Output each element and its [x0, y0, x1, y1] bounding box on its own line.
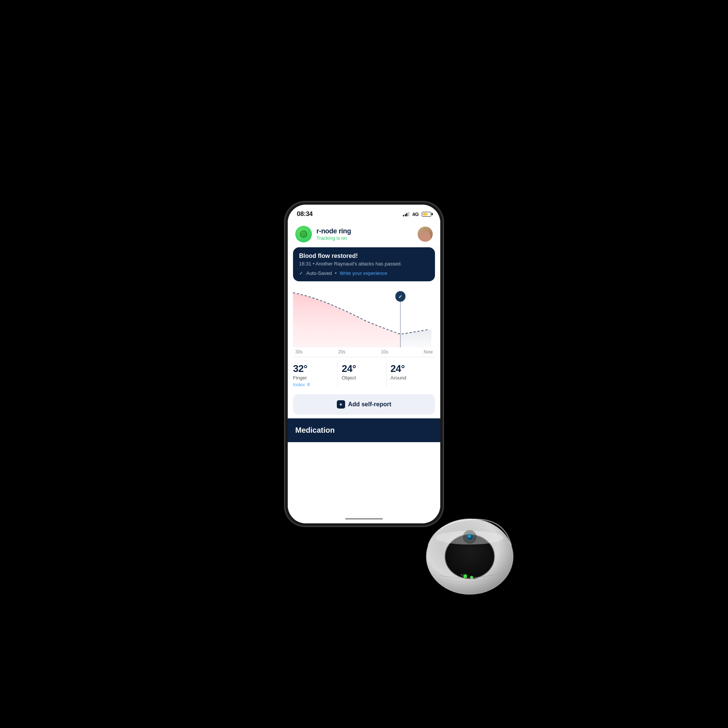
- svg-point-11: [463, 530, 477, 544]
- status-bar: 08:34 4G: [288, 205, 440, 221]
- svg-point-18: [476, 577, 477, 578]
- stat-object: 24° Object: [338, 363, 387, 387]
- stat-around-label: Around: [390, 375, 431, 381]
- stat-around-value: 24°: [390, 363, 431, 374]
- ring-device: [424, 515, 523, 613]
- chart-label-10s: 10s: [381, 349, 388, 355]
- stat-around: 24° Around: [387, 363, 435, 387]
- medication-section: Medication: [288, 418, 440, 442]
- notification-card: Blood flow restored! 16:31 • Another Ray…: [293, 247, 435, 281]
- chart-container: ✓ 30s 20s 10s Now: [288, 281, 440, 357]
- status-time: 08:34: [297, 210, 313, 218]
- battery-icon: [422, 212, 431, 217]
- battery-fill: [423, 213, 427, 216]
- header-text: r-node ring Tracking is on: [316, 227, 351, 241]
- chart-label-20s: 20s: [338, 349, 345, 355]
- stat-finger: 32° Finger Index ⚙: [293, 363, 338, 387]
- check-icon: ✓: [299, 270, 303, 276]
- chart-label-30s: 30s: [295, 349, 302, 355]
- stats-row: 32° Finger Index ⚙ 24° Object 24° Around: [293, 357, 435, 390]
- notification-title: Blood flow restored!: [299, 253, 429, 259]
- app-content: r-node ring Tracking is on Blood flow re…: [288, 221, 440, 523]
- dot-separator: •: [335, 270, 337, 276]
- notification-footer: ✓ Auto-Saved • Write your experience: [299, 270, 429, 276]
- chart-labels: 30s 20s 10s Now: [293, 349, 435, 355]
- ring-svg: [424, 515, 523, 598]
- auto-saved-label: Auto-Saved: [306, 270, 332, 276]
- medication-title: Medication: [295, 426, 433, 435]
- svg-point-12: [463, 574, 467, 578]
- svg-point-14: [470, 576, 473, 579]
- blood-flow-chart: ✓: [293, 285, 435, 349]
- tracking-status: Tracking is on: [316, 235, 351, 241]
- self-report-label: Add self-report: [348, 401, 392, 408]
- avatar[interactable]: [418, 227, 433, 242]
- home-indicator: [345, 518, 383, 520]
- add-self-report-button[interactable]: + Add self-report: [293, 394, 435, 415]
- stat-finger-sub[interactable]: Index ⚙: [293, 382, 334, 387]
- ring-logo-icon: [295, 226, 312, 242]
- status-icons: 4G: [403, 211, 431, 217]
- stat-object-value: 24°: [342, 363, 383, 374]
- stat-object-label: Object: [342, 375, 383, 381]
- header-left: r-node ring Tracking is on: [295, 226, 351, 242]
- stat-finger-value: 32°: [293, 363, 334, 374]
- app-scene: 08:34 4G: [194, 62, 534, 666]
- network-label: 4G: [412, 211, 419, 217]
- notification-subtitle: 16:31 • Another Raynaud's attacks has pa…: [299, 261, 429, 267]
- chart-label-now: Now: [424, 349, 433, 355]
- avatar-silhouette: [420, 231, 430, 242]
- svg-text:✓: ✓: [399, 294, 403, 299]
- plus-icon: +: [337, 400, 345, 409]
- svg-point-15: [461, 574, 462, 575]
- write-experience-link[interactable]: Write your experience: [340, 270, 387, 276]
- app-name: r-node ring: [316, 227, 351, 235]
- stat-finger-label: Finger: [293, 375, 334, 381]
- phone-screen: 08:34 4G: [288, 205, 440, 523]
- phone-shell: 08:34 4G: [285, 202, 443, 526]
- gear-icon[interactable]: ⚙: [307, 382, 310, 387]
- app-header: r-node ring Tracking is on: [288, 221, 440, 247]
- ring-3d-model: [424, 515, 523, 598]
- svg-point-17: [474, 578, 475, 579]
- signal-icon: [403, 212, 409, 216]
- svg-point-16: [463, 575, 464, 576]
